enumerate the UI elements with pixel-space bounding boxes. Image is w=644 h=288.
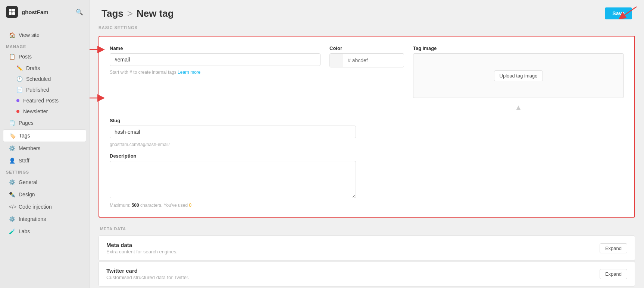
upload-tag-image-button[interactable]: Upload tag image: [494, 70, 543, 81]
meta-data-title: Meta data: [106, 242, 178, 248]
staff-label: Staff: [19, 158, 29, 164]
drafts-icon: ✏️: [16, 65, 22, 71]
twitter-card-subtitle: Customised structured data for Twitter.: [106, 275, 189, 280]
code-injection-label: Code injection: [19, 204, 52, 210]
sidebar-item-general[interactable]: ⚙️ General: [3, 176, 86, 188]
pages-icon: 🗒️: [9, 120, 15, 126]
main-content: Tags > New tag Save BASIC SETTINGS: [90, 0, 644, 288]
twitter-card: Twitter card Customised structured data …: [99, 261, 635, 287]
code-icon: </>: [9, 204, 15, 210]
sidebar-item-staff[interactable]: 👤 Staff: [3, 155, 86, 167]
sidebar-item-code-injection[interactable]: </> Code injection: [3, 201, 86, 213]
design-icon: ✒️: [9, 192, 15, 197]
char-max-prefix: Maximum:: [110, 203, 130, 208]
name-hint: Start with # to create internal tags Lea…: [110, 70, 321, 75]
name-input[interactable]: [110, 53, 321, 66]
tags-icon: 🏷️: [9, 133, 15, 139]
learn-more-link[interactable]: Learn more: [178, 70, 200, 75]
tag-image-group: Tag image Upload tag image ▲: [413, 45, 624, 112]
color-label: Color: [329, 45, 404, 51]
featured-posts-label: Featured Posts: [23, 98, 59, 104]
page-title: Tags > New tag: [101, 8, 174, 19]
general-label: General: [19, 179, 37, 185]
search-icon[interactable]: 🔍: [76, 9, 83, 16]
published-icon: 📄: [16, 87, 22, 93]
brand-logo-icon: [8, 8, 16, 16]
tags-label: Tags: [19, 133, 30, 139]
published-label: Published: [26, 87, 49, 93]
home-icon: 🏠: [9, 32, 15, 38]
meta-data-info: Meta data Extra content for search engin…: [106, 242, 178, 254]
sidebar-item-view-site[interactable]: 🏠 View site: [3, 29, 86, 41]
slug-url: ghostfam.com/tag/hash-email/: [110, 142, 356, 147]
char-count: Maximum: 500 characters. You've used 0: [110, 203, 356, 208]
description-label: Description: [110, 153, 356, 159]
color-input-wrap: [329, 53, 404, 67]
char-max: 500: [132, 203, 139, 208]
settings-section-label: SETTINGS: [0, 167, 89, 176]
sidebar-item-members[interactable]: ⚙️ Members: [3, 142, 86, 154]
brand[interactable]: ghostFam: [6, 6, 49, 18]
labs-icon: 🧪: [9, 228, 15, 234]
basic-settings-label: BASIC SETTINGS: [99, 25, 635, 30]
sidebar-item-newsletter[interactable]: Newsletter: [3, 106, 86, 117]
breadcrumb-separator: >: [127, 8, 133, 19]
general-icon: ⚙️: [9, 179, 15, 185]
slug-label: Slug: [110, 118, 356, 123]
staff-icon: 👤: [9, 158, 15, 164]
page-header: Tags > New tag Save: [90, 0, 644, 25]
color-swatch[interactable]: [330, 54, 343, 67]
basic-settings-section: BASIC SETTINGS: [90, 25, 644, 218]
brand-icon: [6, 6, 18, 18]
tag-image-label: Tag image: [413, 45, 624, 51]
meta-data-subtitle: Extra content for search engines.: [106, 249, 178, 254]
breadcrumb: Tags: [101, 8, 124, 19]
sidebar-item-design[interactable]: ✒️ Design: [3, 189, 86, 200]
svg-rect-0: [9, 9, 12, 12]
pages-label: Pages: [19, 120, 34, 126]
labs-label: Labs: [19, 228, 30, 234]
char-used: 0: [189, 203, 191, 208]
twitter-card-title: Twitter card: [106, 268, 189, 274]
newsletter-dot-icon: [16, 110, 19, 113]
upload-icon: ▲: [413, 103, 624, 112]
clock-icon: 🕐: [16, 76, 22, 82]
description-field-group: Description Maximum: 500 characters. You…: [110, 153, 356, 208]
sidebar-item-labs[interactable]: 🧪 Labs: [3, 225, 86, 237]
page-title-text: New tag: [137, 8, 174, 19]
sidebar-item-drafts[interactable]: ✏️ Drafts: [3, 63, 86, 73]
members-label: Members: [19, 145, 40, 151]
slug-input[interactable]: [110, 126, 356, 138]
tag-image-upload-area[interactable]: Upload tag image: [413, 53, 624, 98]
sidebar-nav: 🏠 View site MANAGE 📋 Posts ✏️ Drafts 🕐 S…: [0, 24, 89, 288]
name-color-image-row: Name Start with # to create internal tag…: [110, 45, 624, 112]
sidebar-item-scheduled[interactable]: 🕐 Scheduled: [3, 74, 86, 84]
color-input[interactable]: [343, 54, 381, 66]
sidebar-item-pages[interactable]: 🗒️ Pages: [3, 117, 86, 129]
twitter-card-info: Twitter card Customised structured data …: [106, 268, 189, 280]
sidebar-item-featured-posts[interactable]: Featured Posts: [3, 95, 86, 106]
basic-settings-box: Name Start with # to create internal tag…: [99, 36, 635, 218]
view-site-label: View site: [19, 32, 40, 38]
description-textarea[interactable]: [110, 161, 356, 198]
color-field-group: Color: [329, 45, 404, 112]
twitter-card-header: Twitter card Customised structured data …: [99, 262, 635, 286]
svg-rect-3: [12, 12, 15, 15]
meta-data-card-header: Meta data Extra content for search engin…: [99, 236, 635, 260]
sidebar-item-posts[interactable]: 📋 Posts: [3, 51, 86, 63]
scheduled-label: Scheduled: [26, 76, 51, 82]
sidebar-item-published[interactable]: 📄 Published: [3, 85, 86, 95]
sidebar-item-integrations[interactable]: ⚙️ Integrations: [3, 213, 86, 225]
twitter-card-expand-button[interactable]: Expand: [600, 269, 627, 279]
members-icon: ⚙️: [9, 145, 15, 151]
hint-text-start: Start with # to create internal tags: [110, 70, 176, 75]
meta-data-label: META DATA: [99, 227, 635, 231]
save-button[interactable]: Save: [605, 7, 632, 19]
posts-icon: 📋: [9, 54, 15, 60]
char-suffix: characters. You've used: [140, 203, 188, 208]
drafts-label: Drafts: [26, 65, 40, 71]
posts-label: Posts: [19, 54, 32, 60]
meta-data-expand-button[interactable]: Expand: [600, 243, 627, 253]
svg-rect-1: [12, 9, 15, 12]
sidebar-item-tags[interactable]: 🏷️ Tags: [3, 129, 86, 142]
